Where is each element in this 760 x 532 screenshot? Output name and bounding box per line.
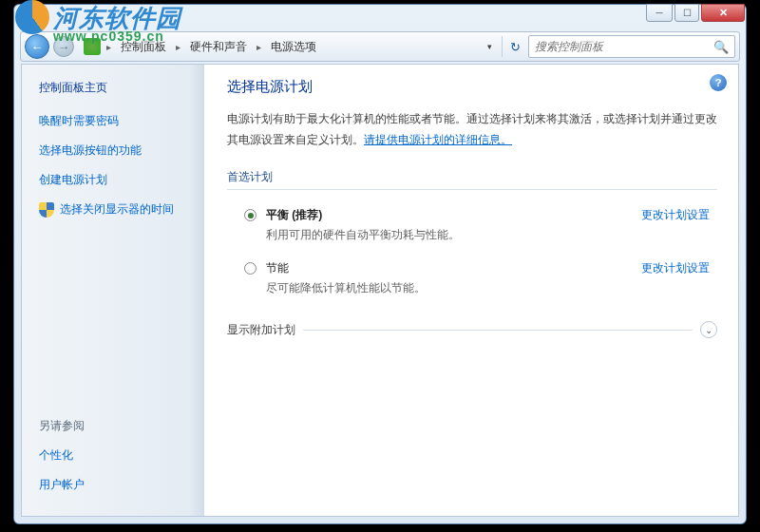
power-plan-balanced[interactable]: 平衡 (推荐) 利用可用的硬件自动平衡功耗与性能。 更改计划设置 [227,201,717,255]
search-box[interactable]: 🔍 [528,35,735,58]
refresh-button[interactable]: ↻ [502,36,522,57]
minimize-button[interactable]: ─ [646,4,673,22]
breadcrumb-sep: ▸ [104,42,113,52]
breadcrumb[interactable]: 控制面板 [117,39,170,55]
plan-name: 平衡 (推荐) [266,207,641,223]
close-button[interactable]: ✕ [701,4,745,22]
sidebar-link-power-button[interactable]: 选择电源按钮的功能 [39,142,195,159]
search-icon[interactable]: 🔍 [713,40,729,54]
expand-button[interactable]: ⌄ [700,321,717,338]
shield-icon [39,202,54,218]
sidebar-heading[interactable]: 控制面板主页 [39,80,195,96]
page-description: 电源计划有助于最大化计算机的性能或者节能。通过选择计划来将其激活，或选择计划并通… [227,109,717,150]
change-plan-settings-link[interactable]: 更改计划设置 [641,260,710,276]
breadcrumb[interactable]: 硬件和声音 [186,39,251,55]
preferred-plans-label: 首选计划 [227,169,717,185]
sidebar-link-personalization[interactable]: 个性化 [39,447,195,464]
divider [227,189,717,190]
window-body: 控制面板主页 唤醒时需要密码 选择电源按钮的功能 创建电源计划 选择关闭显示器的… [21,64,739,517]
sidebar-link-user-accounts[interactable]: 用户帐户 [39,477,195,493]
plan-name: 节能 [266,260,641,276]
sidebar-link-wake-password[interactable]: 唤醒时需要密码 [39,113,195,129]
sidebar: 控制面板主页 唤醒时需要密码 选择电源按钮的功能 创建电源计划 选择关闭显示器的… [22,65,204,516]
radio-saver[interactable] [244,262,256,275]
breadcrumb[interactable]: 电源选项 [267,39,320,55]
breadcrumb-dropdown[interactable]: ▾ [482,42,498,51]
plan-desc: 尽可能降低计算机性能以节能。 [266,280,641,296]
nav-forward-button[interactable]: → [53,36,74,57]
desc-link[interactable]: 请提供电源计划的详细信息。 [364,133,512,146]
help-button[interactable]: ? [710,74,727,91]
plan-desc: 利用可用的硬件自动平衡功耗与性能。 [266,227,641,243]
location-icon [84,38,101,55]
sidebar-link-create-plan[interactable]: 创建电源计划 [39,172,195,188]
titlebar: ─ ☐ ✕ [14,5,746,31]
sidebar-link-display-off[interactable]: 选择关闭显示器的时间 [39,201,195,218]
see-also-heading: 另请参阅 [39,418,195,434]
window: ─ ☐ ✕ ← → ▸ 控制面板 ▸ 硬件和声音 ▸ 电源选项 ▾ ↻ 🔍 控制… [13,4,747,524]
content-area: ? 选择电源计划 电源计划有助于最大化计算机的性能或者节能。通过选择计划来将其激… [204,65,738,516]
additional-plans-label: 显示附加计划 [227,322,303,338]
breadcrumb-sep: ▸ [255,42,263,52]
radio-balanced[interactable] [244,209,256,221]
additional-plans-row[interactable]: 显示附加计划 ⌄ [227,321,717,338]
breadcrumb-sep: ▸ [174,42,182,52]
page-title: 选择电源计划 [227,78,717,96]
maximize-button[interactable]: ☐ [674,4,699,22]
divider [303,330,693,331]
power-plan-saver[interactable]: 节能 尽可能降低计算机性能以节能。 更改计划设置 [227,255,717,308]
nav-back-button[interactable]: ← [25,34,49,59]
change-plan-settings-link[interactable]: 更改计划设置 [641,207,710,223]
search-input[interactable] [535,40,713,53]
navigation-bar: ← → ▸ 控制面板 ▸ 硬件和声音 ▸ 电源选项 ▾ ↻ 🔍 [20,31,740,62]
